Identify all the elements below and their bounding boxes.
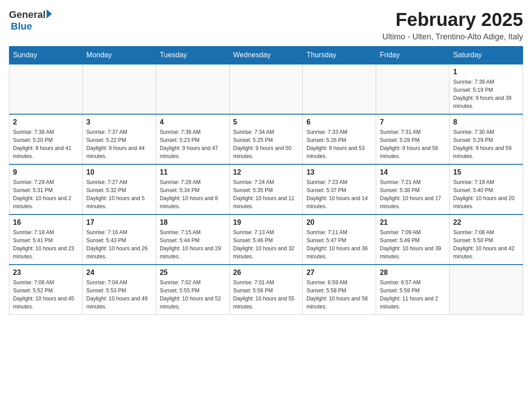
day-number: 17 <box>86 218 152 227</box>
calendar-day-cell: 27Sunrise: 6:59 AM Sunset: 5:58 PM Dayli… <box>303 265 376 315</box>
day-number: 26 <box>233 269 299 277</box>
logo-blue-text: Blue <box>11 21 32 32</box>
calendar-table: SundayMondayTuesdayWednesdayThursdayFrid… <box>9 46 523 315</box>
day-info: Sunrise: 7:26 AM Sunset: 5:34 PM Dayligh… <box>160 178 226 210</box>
day-info: Sunrise: 7:38 AM Sunset: 5:20 PM Dayligh… <box>13 128 79 160</box>
calendar-week-row: 16Sunrise: 7:18 AM Sunset: 5:41 PM Dayli… <box>9 214 523 265</box>
day-info: Sunrise: 7:34 AM Sunset: 5:25 PM Dayligh… <box>233 128 299 160</box>
day-info: Sunrise: 7:24 AM Sunset: 5:35 PM Dayligh… <box>233 178 299 210</box>
calendar-day-cell: 23Sunrise: 7:06 AM Sunset: 5:52 PM Dayli… <box>9 265 83 315</box>
day-number: 12 <box>233 168 299 176</box>
calendar-day-cell: 5Sunrise: 7:34 AM Sunset: 5:25 PM Daylig… <box>229 114 303 164</box>
calendar-day-cell <box>229 64 303 114</box>
calendar-day-cell <box>376 64 450 114</box>
calendar-day-cell: 1Sunrise: 7:39 AM Sunset: 5:19 PM Daylig… <box>450 64 523 114</box>
day-info: Sunrise: 7:18 AM Sunset: 5:41 PM Dayligh… <box>13 228 79 261</box>
calendar-day-cell: 6Sunrise: 7:33 AM Sunset: 5:26 PM Daylig… <box>303 114 376 164</box>
page-header: General Blue February 2025 Ultimo - Ulte… <box>9 9 523 42</box>
logo: General Blue <box>9 9 52 32</box>
day-info: Sunrise: 7:11 AM Sunset: 5:47 PM Dayligh… <box>306 228 372 261</box>
calendar-day-header: Tuesday <box>156 47 229 64</box>
calendar-day-cell: 4Sunrise: 7:36 AM Sunset: 5:23 PM Daylig… <box>156 114 229 164</box>
day-info: Sunrise: 7:23 AM Sunset: 5:37 PM Dayligh… <box>306 178 372 210</box>
day-info: Sunrise: 6:57 AM Sunset: 5:59 PM Dayligh… <box>380 278 446 311</box>
calendar-day-cell <box>156 64 229 114</box>
calendar-day-cell: 9Sunrise: 7:29 AM Sunset: 5:31 PM Daylig… <box>9 164 83 214</box>
day-info: Sunrise: 7:33 AM Sunset: 5:26 PM Dayligh… <box>306 128 372 160</box>
day-number: 21 <box>380 218 446 227</box>
calendar-day-header: Sunday <box>9 47 83 64</box>
calendar-day-cell: 15Sunrise: 7:19 AM Sunset: 5:40 PM Dayli… <box>450 164 523 214</box>
day-info: Sunrise: 7:19 AM Sunset: 5:40 PM Dayligh… <box>453 178 519 210</box>
calendar-day-cell: 16Sunrise: 7:18 AM Sunset: 5:41 PM Dayli… <box>9 214 83 265</box>
day-number: 20 <box>306 218 372 227</box>
day-info: Sunrise: 7:27 AM Sunset: 5:32 PM Dayligh… <box>86 178 152 210</box>
day-number: 10 <box>86 168 152 176</box>
calendar-week-row: 9Sunrise: 7:29 AM Sunset: 5:31 PM Daylig… <box>9 164 523 214</box>
day-number: 22 <box>453 218 519 227</box>
day-number: 1 <box>453 68 519 76</box>
day-info: Sunrise: 7:01 AM Sunset: 5:56 PM Dayligh… <box>233 278 299 311</box>
day-number: 18 <box>160 218 226 227</box>
calendar-day-cell: 14Sunrise: 7:21 AM Sunset: 5:38 PM Dayli… <box>376 164 450 214</box>
calendar-day-cell <box>450 265 523 315</box>
calendar-day-cell: 28Sunrise: 6:57 AM Sunset: 5:59 PM Dayli… <box>376 265 450 315</box>
day-number: 5 <box>233 118 299 126</box>
calendar-day-header: Friday <box>376 47 450 64</box>
calendar-day-cell: 7Sunrise: 7:31 AM Sunset: 5:28 PM Daylig… <box>376 114 450 164</box>
day-info: Sunrise: 7:15 AM Sunset: 5:44 PM Dayligh… <box>160 228 226 261</box>
calendar-week-row: 2Sunrise: 7:38 AM Sunset: 5:20 PM Daylig… <box>9 114 523 164</box>
calendar-day-cell: 10Sunrise: 7:27 AM Sunset: 5:32 PM Dayli… <box>82 164 156 214</box>
day-info: Sunrise: 7:29 AM Sunset: 5:31 PM Dayligh… <box>13 178 79 210</box>
calendar-day-cell: 20Sunrise: 7:11 AM Sunset: 5:47 PM Dayli… <box>303 214 376 265</box>
day-number: 23 <box>13 269 79 277</box>
day-info: Sunrise: 7:37 AM Sunset: 5:22 PM Dayligh… <box>86 128 152 160</box>
day-number: 3 <box>86 118 152 126</box>
logo-general-text: General <box>9 9 46 21</box>
day-number: 27 <box>306 269 372 277</box>
logo-arrow-icon <box>47 9 52 18</box>
calendar-day-cell: 19Sunrise: 7:13 AM Sunset: 5:46 PM Dayli… <box>229 214 303 265</box>
day-info: Sunrise: 7:30 AM Sunset: 5:29 PM Dayligh… <box>453 128 519 160</box>
day-number: 19 <box>233 218 299 227</box>
day-info: Sunrise: 7:09 AM Sunset: 5:49 PM Dayligh… <box>380 228 446 261</box>
day-number: 4 <box>160 118 226 126</box>
calendar-day-header: Saturday <box>450 47 523 64</box>
calendar-day-cell: 12Sunrise: 7:24 AM Sunset: 5:35 PM Dayli… <box>229 164 303 214</box>
day-info: Sunrise: 6:59 AM Sunset: 5:58 PM Dayligh… <box>306 278 372 311</box>
calendar-day-cell: 21Sunrise: 7:09 AM Sunset: 5:49 PM Dayli… <box>376 214 450 265</box>
calendar-day-cell <box>9 64 83 114</box>
day-info: Sunrise: 7:31 AM Sunset: 5:28 PM Dayligh… <box>380 128 446 160</box>
day-number: 2 <box>13 118 79 126</box>
day-number: 11 <box>160 168 226 176</box>
calendar-day-cell: 22Sunrise: 7:08 AM Sunset: 5:50 PM Dayli… <box>450 214 523 265</box>
day-number: 13 <box>306 168 372 176</box>
calendar-week-row: 1Sunrise: 7:39 AM Sunset: 5:19 PM Daylig… <box>9 64 523 114</box>
day-info: Sunrise: 7:08 AM Sunset: 5:50 PM Dayligh… <box>453 228 519 261</box>
calendar-day-cell: 18Sunrise: 7:15 AM Sunset: 5:44 PM Dayli… <box>156 214 229 265</box>
calendar-week-row: 23Sunrise: 7:06 AM Sunset: 5:52 PM Dayli… <box>9 265 523 315</box>
title-block: February 2025 Ultimo - Ulten, Trentino-A… <box>382 9 523 42</box>
calendar-day-cell: 26Sunrise: 7:01 AM Sunset: 5:56 PM Dayli… <box>229 265 303 315</box>
calendar-day-cell: 8Sunrise: 7:30 AM Sunset: 5:29 PM Daylig… <box>450 114 523 164</box>
day-number: 28 <box>380 269 446 277</box>
calendar-day-cell <box>303 64 376 114</box>
calendar-day-cell: 25Sunrise: 7:02 AM Sunset: 5:55 PM Dayli… <box>156 265 229 315</box>
day-number: 14 <box>380 168 446 176</box>
day-number: 25 <box>160 269 226 277</box>
calendar-day-header: Thursday <box>303 47 376 64</box>
day-info: Sunrise: 7:04 AM Sunset: 5:53 PM Dayligh… <box>86 278 152 311</box>
day-number: 16 <box>13 218 79 227</box>
calendar-day-cell: 24Sunrise: 7:04 AM Sunset: 5:53 PM Dayli… <box>82 265 156 315</box>
day-info: Sunrise: 7:36 AM Sunset: 5:23 PM Dayligh… <box>160 128 226 160</box>
day-info: Sunrise: 7:21 AM Sunset: 5:38 PM Dayligh… <box>380 178 446 210</box>
calendar-day-cell: 13Sunrise: 7:23 AM Sunset: 5:37 PM Dayli… <box>303 164 376 214</box>
day-number: 8 <box>453 118 519 126</box>
calendar-day-cell: 11Sunrise: 7:26 AM Sunset: 5:34 PM Dayli… <box>156 164 229 214</box>
day-number: 15 <box>453 168 519 176</box>
calendar-day-cell: 3Sunrise: 7:37 AM Sunset: 5:22 PM Daylig… <box>82 114 156 164</box>
day-number: 24 <box>86 269 152 277</box>
calendar-day-header: Wednesday <box>229 47 303 64</box>
calendar-subtitle: Ultimo - Ulten, Trentino-Alto Adige, Ita… <box>382 32 523 42</box>
calendar-day-header: Monday <box>82 47 156 64</box>
